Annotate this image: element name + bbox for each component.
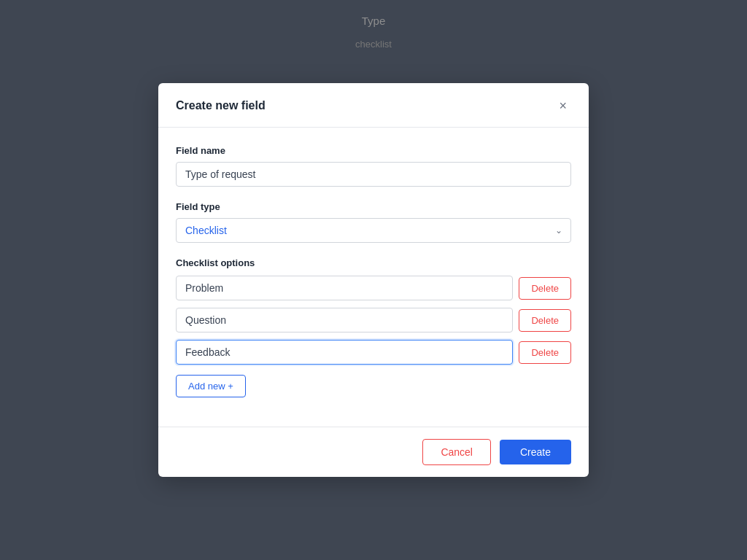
modal-footer: Cancel Create <box>158 427 589 477</box>
delete-button-3[interactable]: Delete <box>519 341 571 364</box>
add-new-button[interactable]: Add new + <box>176 375 246 397</box>
field-name-group: Field name <box>176 145 571 187</box>
checklist-option-input-2[interactable] <box>176 308 513 332</box>
checklist-options-group: Checklist options Delete Delete Delete <box>176 257 571 397</box>
close-button[interactable]: × <box>554 98 571 114</box>
field-name-input[interactable] <box>176 162 571 187</box>
modal-title: Create new field <box>176 99 266 112</box>
checklist-option-row: Delete <box>176 276 571 300</box>
modal-header: Create new field × <box>158 83 589 128</box>
field-name-label: Field name <box>176 145 571 156</box>
field-type-select-wrapper: Text Number Checklist Date ⌄ <box>176 218 571 243</box>
cancel-button[interactable]: Cancel <box>422 439 491 465</box>
modal-body: Field name Field type Text Number Checkl… <box>158 128 589 427</box>
checklist-option-row: Delete <box>176 308 571 332</box>
field-type-select[interactable]: Text Number Checklist Date <box>176 218 571 243</box>
checklist-option-input-1[interactable] <box>176 276 513 300</box>
delete-button-2[interactable]: Delete <box>519 309 571 332</box>
delete-button-1[interactable]: Delete <box>519 277 571 300</box>
checklist-options-label: Checklist options <box>176 257 571 268</box>
create-field-modal: Create new field × Field name Field type… <box>158 83 589 477</box>
checklist-option-row: Delete <box>176 340 571 365</box>
checklist-option-input-3[interactable] <box>176 340 513 365</box>
modal-overlay: Create new field × Field name Field type… <box>0 0 747 560</box>
field-type-label: Field type <box>176 201 571 212</box>
create-button[interactable]: Create <box>500 440 571 464</box>
field-type-group: Field type Text Number Checklist Date ⌄ <box>176 201 571 243</box>
